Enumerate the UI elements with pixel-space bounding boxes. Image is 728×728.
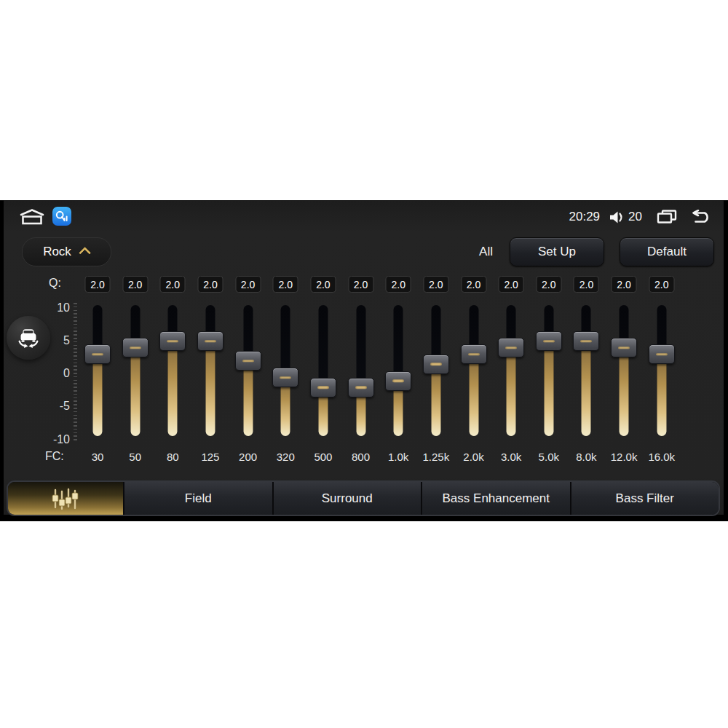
q-value-chip[interactable]: 2.0 xyxy=(461,276,486,293)
q-value-chip[interactable]: 2.0 xyxy=(197,276,223,293)
gain-slider[interactable] xyxy=(236,305,261,436)
status-bar: 20:29 20 xyxy=(0,205,728,229)
q-value-chip[interactable]: 2.0 xyxy=(122,276,148,293)
dsp-tab-bar: Field Surround xyxy=(7,480,720,516)
q-value-chip[interactable]: 2.0 xyxy=(273,276,298,293)
gain-slider[interactable] xyxy=(537,305,561,436)
eq-band-80: 2.0 80 xyxy=(154,276,191,467)
default-button[interactable]: Default xyxy=(620,237,714,266)
tab-field[interactable]: Field xyxy=(123,482,272,515)
eq-band-800: 2.0 800 xyxy=(342,276,380,467)
gain-tick-ruler xyxy=(74,303,77,441)
q-value-chip[interactable]: 2.0 xyxy=(235,276,261,293)
band-frequency-label: 800 xyxy=(352,451,370,463)
gain-slider[interactable] xyxy=(462,305,486,436)
handle-dash-icon xyxy=(130,347,141,349)
tab-bass-enhancement[interactable]: Bass Enhancement xyxy=(421,482,570,515)
slider-handle[interactable] xyxy=(536,331,562,351)
preset-label: Rock xyxy=(43,245,71,259)
q-value-chip[interactable]: 2.0 xyxy=(423,276,448,293)
slider-fill xyxy=(243,360,253,436)
gain-slider[interactable] xyxy=(198,305,223,436)
q-value-chip[interactable]: 2.0 xyxy=(85,276,111,293)
all-label[interactable]: All xyxy=(479,245,494,259)
scale-label-10: 10 xyxy=(38,301,70,314)
eq-band-30: 2.0 30 xyxy=(79,276,116,467)
set-up-button[interactable]: Set Up xyxy=(510,237,604,266)
gain-slider[interactable] xyxy=(160,305,185,436)
slider-handle[interactable] xyxy=(159,331,186,351)
preset-dropdown[interactable]: Rock xyxy=(22,237,111,266)
tab-surround[interactable]: Surround xyxy=(272,482,422,515)
band-frequency-label: 3.0k xyxy=(501,451,521,463)
gain-slider[interactable] xyxy=(649,305,674,436)
slider-fill xyxy=(507,347,516,436)
q-value-chip[interactable]: 2.0 xyxy=(310,276,336,293)
gain-slider[interactable] xyxy=(273,305,298,436)
slider-fill xyxy=(168,341,178,436)
gain-slider[interactable] xyxy=(574,305,598,436)
tab-label: Surround xyxy=(322,491,373,506)
slider-handle[interactable] xyxy=(235,351,261,371)
slider-handle[interactable] xyxy=(611,338,637,357)
slider-fill xyxy=(431,363,440,436)
handle-dash-icon xyxy=(392,379,404,382)
band-frequency-label: 1.25k xyxy=(422,451,449,463)
slider-handle[interactable] xyxy=(197,331,223,351)
handle-dash-icon xyxy=(280,376,291,379)
speaker-icon[interactable] xyxy=(609,210,625,224)
q-value-chip[interactable]: 2.0 xyxy=(612,276,637,293)
q-value-chip[interactable]: 2.0 xyxy=(160,276,186,293)
gain-slider[interactable] xyxy=(349,305,373,436)
gain-slider[interactable] xyxy=(123,305,148,436)
car-sound-field-icon[interactable] xyxy=(7,316,50,360)
band-frequency-label: 2.0k xyxy=(463,451,483,463)
gain-slider[interactable] xyxy=(499,305,523,436)
q-value-chip[interactable]: 2.0 xyxy=(348,276,373,293)
eq-band-3.0k: 2.0 3.0k xyxy=(492,276,530,467)
slider-handle[interactable] xyxy=(385,371,411,391)
home-icon[interactable] xyxy=(17,207,47,226)
gain-slider[interactable] xyxy=(311,305,336,436)
tab-bass-filter[interactable]: Bass Filter xyxy=(570,482,719,515)
tab-label: Bass Enhancement xyxy=(443,491,550,506)
eq-band-16.0k: 2.0 16.0k xyxy=(643,276,681,467)
slider-handle[interactable] xyxy=(84,344,111,364)
q-value-chip[interactable]: 2.0 xyxy=(386,276,411,293)
slider-handle[interactable] xyxy=(423,355,449,374)
gain-slider[interactable] xyxy=(85,305,110,436)
gain-slider[interactable] xyxy=(386,305,411,436)
slider-fill xyxy=(469,354,478,436)
handle-dash-icon xyxy=(92,353,103,356)
gain-slider[interactable] xyxy=(424,305,448,436)
handle-dash-icon xyxy=(656,353,668,356)
band-frequency-label: 1.0k xyxy=(388,451,408,463)
eq-band-2.0k: 2.0 2.0k xyxy=(455,276,493,467)
handle-dash-icon xyxy=(468,353,480,356)
q-value-chip[interactable]: 2.0 xyxy=(649,276,674,293)
slider-handle[interactable] xyxy=(461,344,487,364)
handle-dash-icon xyxy=(543,340,555,343)
recent-apps-icon[interactable] xyxy=(657,210,677,224)
q-value-chip[interactable]: 2.0 xyxy=(574,276,599,293)
gain-slider[interactable] xyxy=(612,305,636,436)
audio-app-icon[interactable] xyxy=(52,207,71,226)
q-value-chip[interactable]: 2.0 xyxy=(499,276,524,293)
eq-band-125: 2.0 125 xyxy=(191,276,229,467)
tab-equalizer[interactable] xyxy=(8,482,123,515)
handle-dash-icon xyxy=(505,347,517,349)
slider-handle[interactable] xyxy=(122,338,149,357)
slider-handle[interactable] xyxy=(649,344,675,364)
q-value-chip[interactable]: 2.0 xyxy=(536,276,561,293)
band-frequency-label: 320 xyxy=(277,451,295,463)
band-frequency-label: 80 xyxy=(167,451,179,463)
slider-handle[interactable] xyxy=(272,368,298,387)
back-arrow-icon[interactable] xyxy=(690,210,712,224)
slider-fill xyxy=(93,354,103,436)
chevron-up-icon xyxy=(79,247,91,259)
slider-handle[interactable] xyxy=(310,378,336,397)
handle-dash-icon xyxy=(317,386,329,389)
slider-handle[interactable] xyxy=(348,378,374,397)
slider-handle[interactable] xyxy=(573,331,599,351)
slider-handle[interactable] xyxy=(498,338,524,357)
